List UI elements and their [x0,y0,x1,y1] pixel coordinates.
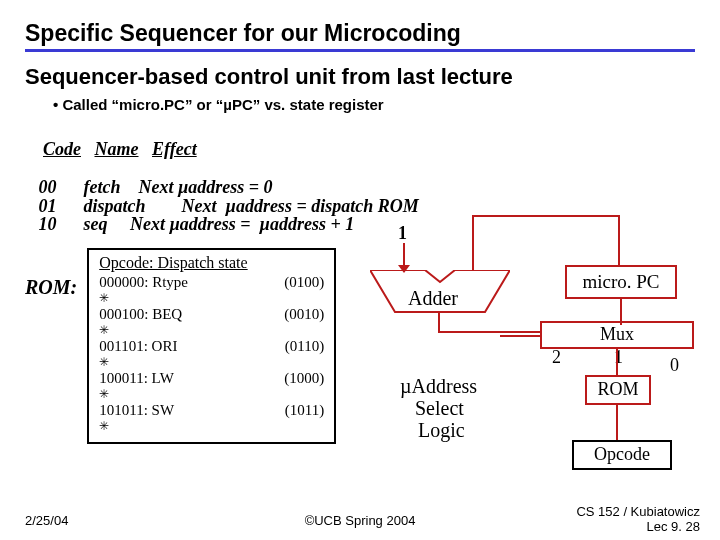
rom-label: ROM: [25,276,77,299]
code-row-0-name: fetch [84,177,121,197]
rom-row-2-op: 001101: ORI [99,338,177,355]
rom-row-3-state: (1000) [284,370,324,387]
diagram-line [438,313,440,333]
rom-row-4-state: (1011) [285,402,324,419]
footer-right-2: Lec 9. 28 [647,519,701,534]
slide-subtitle: Sequencer-based control unit from last l… [25,64,695,90]
rom-dots: ✳ [99,419,324,434]
rom-row-0-op: 000000: Rtype [99,274,188,291]
diagram-line [403,243,405,267]
diagram-logic-1: µAddress [400,375,477,398]
diagram-mux-box: Mux [540,321,694,349]
rom-row-4-op: 101011: SW [99,402,174,419]
code-row-0-effect: Next µaddress = 0 [138,177,272,197]
diagram-line [616,347,618,375]
diagram-opcode-box: Opcode [572,440,672,470]
rom-header: Opcode: Dispatch state [99,254,324,272]
footer-copyright: ©UCB Spring 2004 [305,513,416,528]
diagram-one: 1 [398,223,407,244]
code-hdr-code: Code [43,139,81,159]
code-row-2-name: seq [84,214,108,234]
rom-dots: ✳ [99,387,324,402]
diagram-rom-box: ROM [585,375,651,405]
code-row-0-code: 00 [39,177,57,197]
rom-dots: ✳ [99,355,324,370]
code-hdr-effect: Effect [152,139,197,159]
rom-dots: ✳ [99,323,324,338]
diagram-line [472,215,474,271]
code-row-1-effect: Next µaddress = dispatch ROM [182,196,419,216]
diagram-logic-2: Select [415,397,464,420]
rom-row-1-state: (0010) [284,306,324,323]
code-row-2-code: 10 [39,214,57,234]
bullet-line: Called “micro.PC” or “µPC” vs. state reg… [53,96,695,113]
diagram-mux-2: 2 [552,347,561,368]
code-row-1-code: 01 [39,196,57,216]
diagram-micropc-box: micro. PC [565,265,677,299]
rom-row-0-state: (0100) [284,274,324,291]
code-hdr-name: Name [95,139,139,159]
footer-date: 2/25/04 [25,513,68,528]
rom-row-3-op: 100011: LW [99,370,174,387]
rom-dots: ✳ [99,291,324,306]
diagram-logic-3: Logic [418,419,465,442]
footer-course: CS 152 / Kubiatowicz Lec 9. 28 [576,505,700,534]
diagram-line [438,331,542,333]
rom-row-1-op: 000100: BEQ [99,306,182,323]
diagram-mux-0: 0 [670,355,679,376]
diagram-line [616,403,618,440]
diagram-line [618,215,620,265]
diagram: 1 Adder micro. PC Mux 2 1 0 ROM Opcode µ… [360,215,700,505]
diagram-adder-label: Adder [408,287,458,310]
code-row-2-effect: Next µaddress = µaddress + 1 [130,214,354,234]
slide-title: Specific Sequencer for our Microcoding [25,20,695,52]
diagram-line [500,335,540,337]
diagram-line [472,215,618,217]
code-row-1-name: dispatch [84,196,146,216]
rom-box: Opcode: Dispatch state 000000: Rtype(010… [87,248,336,444]
rom-row-2-state: (0110) [285,338,324,355]
footer-right-1: CS 152 / Kubiatowicz [576,504,700,519]
